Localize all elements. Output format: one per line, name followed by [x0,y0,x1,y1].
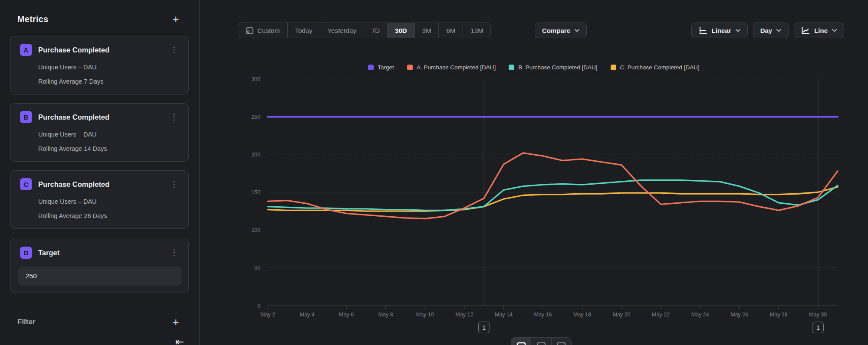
svg-text:May 28: May 28 [770,312,788,318]
granularity-selector-button[interactable]: Day [753,23,789,38]
svg-text:May 12: May 12 [455,312,473,318]
kebab-menu-icon[interactable]: ⋮ [168,250,181,256]
svg-text:May 14: May 14 [495,312,513,318]
layout-chart-button[interactable] [511,338,531,345]
svg-text:May 24: May 24 [691,312,709,318]
chart-display-controls: Linear Day Line [691,23,844,38]
metric-rolling-average: Rolling Average 28 Days [38,212,181,219]
svg-text:100: 100 [251,227,260,233]
sidebar-title: Metrics [17,14,48,24]
metric-subtitle: Unique Users – DAU [38,64,181,71]
range-today[interactable]: Today [288,23,320,38]
range-7d[interactable]: 7D [364,23,388,38]
metric-title: Purchase Completed [38,113,168,121]
calendar-icon [246,26,253,34]
metric-badge: A [20,44,32,56]
metric-rolling-average: Rolling Average 14 Days [38,145,181,152]
svg-text:250: 250 [251,114,260,120]
metric-title: Purchase Completed [38,46,168,54]
chart-toolbar: Custom Today Yesterday 7D 30D 3M 6M 12M … [200,23,868,38]
kebab-menu-icon[interactable]: ⋮ [168,47,181,53]
range-label: 30D [395,27,407,34]
metric-badge: C [20,178,32,190]
target-value-input[interactable] [18,267,181,286]
chevron-down-icon [832,29,837,32]
chart-type-label: Line [814,27,828,34]
chart-type-selector-button[interactable]: Line [794,23,844,38]
chart-view-icon [516,342,526,345]
line-chart-icon [801,26,810,35]
target-title: Target [38,249,168,257]
axis-scale-icon [699,26,707,35]
svg-text:May 30: May 30 [809,312,827,318]
chevron-down-icon [736,29,740,32]
svg-text:May 18: May 18 [573,312,591,318]
date-range-selector: Custom Today Yesterday 7D 30D 3M 6M 12M [238,23,491,38]
range-6m[interactable]: 6M [439,23,463,38]
metric-card-a[interactable]: A Purchase Completed ⋮ Unique Users – DA… [10,36,189,94]
chevron-down-icon [776,29,781,32]
sidebar-header: Metrics + [17,10,182,28]
chart-panel: Custom Today Yesterday 7D 30D 3M 6M 12M … [200,0,868,345]
svg-text:May 10: May 10 [416,312,434,318]
chevron-down-icon [575,29,579,32]
svg-text:0: 0 [257,303,260,309]
svg-text:May 22: May 22 [652,312,670,318]
svg-text:May 8: May 8 [378,312,393,318]
range-12m[interactable]: 12M [463,23,490,38]
metric-subtitle: Unique Users – DAU [38,198,181,205]
plus-icon: + [172,13,179,26]
compare-label: Compare [542,27,570,34]
table-view-icon [556,342,566,345]
metric-card-b[interactable]: B Purchase Completed ⋮ Unique Users – DA… [10,103,189,162]
range-label: Yesterday [328,27,356,34]
layout-table-button[interactable] [552,338,571,345]
metric-title: Purchase Completed [38,180,168,189]
metric-subtitle: Unique Users – DAU [38,131,181,138]
range-label: Custom [257,27,280,34]
svg-text:150: 150 [251,189,260,195]
svg-text:May 26: May 26 [730,312,748,318]
metric-badge: D [20,247,32,259]
split-view-icon [536,342,546,345]
svg-text:50: 50 [254,265,260,271]
scale-label: Linear [712,27,731,34]
annotation-marker[interactable]: 1 [812,322,824,333]
layout-split-button[interactable] [531,338,551,345]
kebab-menu-icon[interactable]: ⋮ [168,114,181,120]
range-30d[interactable]: 30D [388,23,415,38]
svg-text:May 16: May 16 [534,312,552,318]
metric-card-c[interactable]: C Purchase Completed ⋮ Unique Users – DA… [10,170,189,229]
kebab-menu-icon[interactable]: ⋮ [168,181,181,187]
metrics-sidebar: Metrics + A Purchase Completed ⋮ Unique … [0,0,200,345]
compare-button[interactable]: Compare [535,23,587,38]
granularity-label: Day [760,27,773,34]
add-filter-button[interactable]: + [170,316,182,328]
target-card[interactable]: D Target ⋮ [10,239,189,293]
svg-text:300: 300 [251,76,260,82]
divider [0,331,199,331]
svg-text:May 2: May 2 [260,312,275,318]
filter-section: Filter + [17,315,182,329]
annotation-marker[interactable]: 1 [478,322,490,333]
svg-text:200: 200 [251,152,260,158]
range-label: 12M [470,27,483,34]
scale-selector-button[interactable]: Linear [691,23,748,38]
plus-icon: + [172,316,179,329]
range-label: 7D [372,27,380,34]
metric-badge: B [20,111,32,123]
range-label: Today [295,27,312,34]
range-3m[interactable]: 3M [415,23,439,38]
chart-layout-toggle [511,337,572,345]
svg-text:May 20: May 20 [613,312,631,318]
collapse-sidebar-button[interactable]: ⇤ [172,335,187,345]
svg-text:May 6: May 6 [339,312,354,318]
filter-title: Filter [17,318,36,326]
svg-text:May 4: May 4 [300,312,315,318]
range-custom[interactable]: Custom [238,23,288,38]
metric-rolling-average: Rolling Average 7 Days [38,78,181,85]
range-yesterday[interactable]: Yesterday [320,23,364,38]
line-chart[interactable]: 050100150200250300May 2May 4May 6May 8Ma… [200,56,868,345]
range-label: 6M [446,27,455,34]
add-metric-button[interactable]: + [170,13,182,25]
